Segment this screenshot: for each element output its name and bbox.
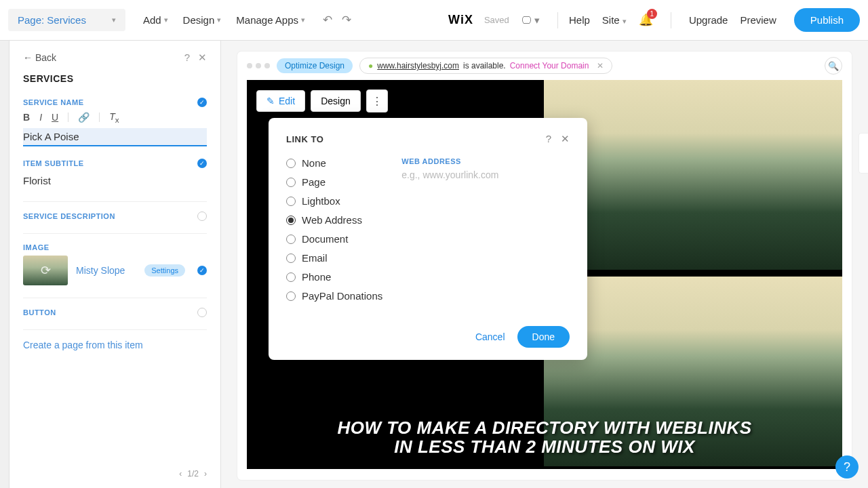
available-text: is available. bbox=[463, 61, 506, 70]
radio-lightbox[interactable]: Lightbox bbox=[286, 195, 382, 207]
menu-add[interactable]: Add▾ bbox=[143, 14, 168, 26]
divider bbox=[23, 329, 207, 330]
editor-canvas: Optimize Design ● www.hairstylesbyj.com … bbox=[221, 41, 868, 488]
pager-text: 1/2 bbox=[187, 469, 199, 479]
italic-icon[interactable]: I bbox=[39, 112, 42, 123]
stage-toolbar: Optimize Design ● www.hairstylesbyj.com … bbox=[237, 52, 852, 80]
window-dots-icon bbox=[247, 63, 270, 68]
empty-indicator-icon bbox=[197, 211, 207, 221]
domain-text: www.hairstylesbyj.com bbox=[377, 61, 459, 70]
page-selector[interactable]: Page: Services ▾ bbox=[8, 9, 125, 31]
radio-document[interactable]: Document bbox=[286, 233, 382, 245]
service-name-input[interactable] bbox=[23, 128, 207, 146]
edit-button[interactable]: ✎Edit bbox=[256, 90, 305, 112]
done-button[interactable]: Done bbox=[517, 326, 570, 348]
chevron-down-icon: ▾ bbox=[301, 16, 305, 24]
panel-title: SERVICES bbox=[23, 73, 207, 84]
saved-status: Saved bbox=[484, 15, 509, 25]
background-image bbox=[544, 80, 842, 270]
field-label: BUTTON bbox=[23, 308, 56, 317]
field-label: SERVICE NAME bbox=[23, 98, 84, 106]
search-icon[interactable]: 🔍 bbox=[825, 57, 842, 75]
help-link[interactable]: Help bbox=[569, 14, 590, 26]
create-page-link[interactable]: Create a page from this item bbox=[23, 340, 207, 350]
empty-indicator-icon bbox=[197, 308, 207, 317]
help-fab-button[interactable]: ? bbox=[835, 455, 859, 479]
radio-page[interactable]: Page bbox=[286, 176, 382, 188]
design-button[interactable]: Design bbox=[311, 90, 361, 112]
divider bbox=[23, 298, 207, 298]
toolbar-menu: Add▾ Design▾ Manage Apps▾ bbox=[143, 14, 305, 26]
radio-none[interactable]: None bbox=[286, 157, 382, 169]
pager: ‹ 1/2 › bbox=[179, 469, 207, 479]
chevron-down-icon: ▾ bbox=[164, 16, 168, 24]
preview-stage: Optimize Design ● www.hairstylesbyj.com … bbox=[237, 52, 852, 480]
menu-design[interactable]: Design▾ bbox=[183, 14, 222, 26]
site-viewport: ✎Edit Design ⋮ LINK TO ? ✕ None bbox=[247, 80, 842, 469]
radio-email[interactable]: Email bbox=[286, 252, 382, 264]
check-icon: ✓ bbox=[197, 266, 207, 275]
web-address-label: WEB ADDRESS bbox=[401, 157, 570, 165]
upgrade-link[interactable]: Upgrade bbox=[689, 14, 728, 26]
underline-icon[interactable]: U bbox=[52, 112, 58, 123]
chevron-down-icon: ▾ bbox=[217, 16, 221, 24]
check-icon: ✓ bbox=[197, 98, 207, 107]
radio-paypal[interactable]: PayPal Donations bbox=[286, 290, 382, 302]
sidebar-rail bbox=[0, 41, 9, 488]
link-icon[interactable]: 🔗 bbox=[78, 112, 90, 123]
close-icon[interactable]: ✕ bbox=[561, 133, 570, 145]
radio-phone[interactable]: Phone bbox=[286, 271, 382, 283]
image-field: IMAGE ⟳ Misty Slope Settings ✓ bbox=[23, 243, 207, 285]
field-label: SERVICE DESCRIPTION bbox=[23, 212, 115, 220]
divider bbox=[671, 12, 671, 28]
page-selector-label: Page: Services bbox=[18, 14, 86, 26]
redo-icon[interactable]: ↷ bbox=[342, 13, 351, 27]
menu-manage-apps[interactable]: Manage Apps▾ bbox=[236, 14, 305, 26]
image-settings-button[interactable]: Settings bbox=[144, 264, 185, 277]
link-to-modal: LINK TO ? ✕ None Page Lightbox Web Addre… bbox=[269, 118, 587, 360]
web-address-column: WEB ADDRESS e.g., www.yourlink.com bbox=[401, 157, 570, 302]
preview-link[interactable]: Preview bbox=[740, 14, 776, 26]
toolbar-right: Help Site ▾ 🔔1 Upgrade Preview Publish bbox=[569, 8, 860, 32]
services-panel: ← Back ? ✕ SERVICES SERVICE NAME ✓ B I U… bbox=[9, 41, 221, 488]
image-thumbnail[interactable]: ⟳ bbox=[23, 256, 68, 285]
web-address-input[interactable]: e.g., www.yourlink.com bbox=[401, 169, 570, 180]
divider bbox=[23, 233, 207, 234]
connect-domain-link[interactable]: Connect Your Domain bbox=[510, 61, 589, 70]
pager-prev[interactable]: ‹ bbox=[179, 469, 182, 479]
domain-banner: ● www.hairstylesbyj.com is available. Co… bbox=[359, 58, 612, 74]
format-toolbar: B I U 🔗 Tx bbox=[23, 111, 207, 124]
button-field: BUTTON bbox=[23, 308, 207, 317]
image-name: Misty Slope bbox=[76, 265, 136, 276]
close-icon[interactable]: ✕ bbox=[198, 52, 207, 64]
divider bbox=[23, 201, 207, 202]
desktop-icon[interactable]: 🖵 ▾ bbox=[521, 14, 540, 26]
element-toolbar: ✎Edit Design ⋮ bbox=[256, 89, 388, 113]
cancel-button[interactable]: Cancel bbox=[475, 331, 505, 342]
field-label: ITEM SUBTITLE bbox=[23, 159, 84, 167]
subtitle-value[interactable]: Florist bbox=[23, 172, 207, 189]
radio-web-address[interactable]: Web Address bbox=[286, 214, 382, 226]
close-icon[interactable]: ✕ bbox=[597, 61, 604, 70]
optimize-design-button[interactable]: Optimize Design bbox=[277, 58, 353, 73]
divider bbox=[557, 12, 558, 28]
pager-next[interactable]: › bbox=[204, 469, 207, 479]
notifications-icon[interactable]: 🔔1 bbox=[639, 13, 653, 27]
main-area: ← Back ? ✕ SERVICES SERVICE NAME ✓ B I U… bbox=[0, 41, 868, 488]
undo-icon[interactable]: ↶ bbox=[323, 13, 332, 27]
video-caption: HOW TO MAKE A DIRECTORY WITH WEBLINKS IN… bbox=[328, 418, 762, 457]
history-icons: ↶ ↷ bbox=[323, 13, 351, 27]
back-button[interactable]: ← Back bbox=[23, 52, 56, 63]
modal-title: LINK TO bbox=[286, 134, 323, 144]
publish-button[interactable]: Publish bbox=[794, 8, 860, 32]
help-icon[interactable]: ? bbox=[546, 133, 551, 145]
bold-icon[interactable]: B bbox=[23, 112, 30, 123]
help-icon[interactable]: ? bbox=[184, 52, 190, 64]
globe-icon: ● bbox=[368, 61, 373, 70]
clear-format-icon[interactable]: Tx bbox=[109, 111, 119, 124]
right-panel-handle[interactable] bbox=[859, 133, 868, 174]
more-menu-button[interactable]: ⋮ bbox=[366, 89, 388, 113]
field-label: IMAGE bbox=[23, 243, 50, 251]
site-link[interactable]: Site ▾ bbox=[602, 14, 627, 26]
check-icon: ✓ bbox=[197, 159, 207, 168]
